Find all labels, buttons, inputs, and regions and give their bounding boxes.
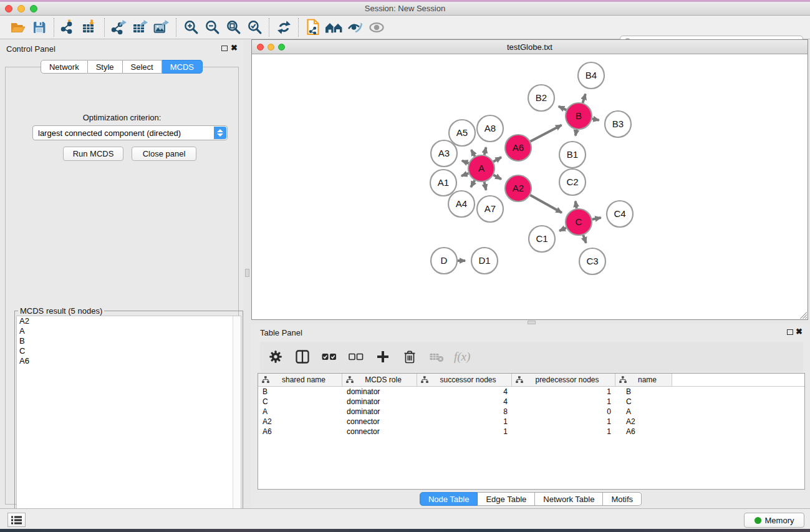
table-cell[interactable]: C [258, 397, 342, 407]
table-cell[interactable]: dominator [342, 397, 417, 407]
table-cell[interactable]: 1 [512, 417, 615, 427]
window-titlebar[interactable]: Session: New Session [0, 2, 810, 16]
refresh-icon[interactable] [273, 17, 294, 37]
import-table-icon[interactable] [79, 17, 100, 37]
mcds-result-item[interactable]: A [17, 326, 241, 336]
column-selector-icon[interactable] [293, 347, 312, 366]
save-session-icon[interactable] [29, 17, 50, 37]
graph-node-A5[interactable]: A5 [449, 120, 475, 146]
tab-node-table[interactable]: Node Table [420, 492, 478, 506]
table-cell[interactable]: B [258, 387, 342, 397]
table-cell[interactable]: A2 [258, 417, 342, 427]
column-header-name[interactable]: name [615, 374, 672, 386]
float-panel-icon[interactable] [221, 46, 228, 51]
frame-traffic-lights[interactable] [257, 44, 285, 51]
graph-node-A6[interactable]: A6 [505, 135, 531, 161]
style-eye-icon[interactable] [345, 17, 366, 37]
close-panel-icon[interactable]: ✖ [231, 44, 238, 52]
graph-node-A1[interactable]: A1 [430, 170, 456, 196]
graph-node-C[interactable]: C [566, 209, 592, 235]
export-network-icon[interactable] [108, 17, 130, 37]
table-cell[interactable]: 4 [417, 397, 512, 407]
table-cell[interactable]: 1 [417, 427, 512, 437]
table-cell[interactable]: A6 [258, 427, 342, 437]
graph-node-B2[interactable]: B2 [528, 85, 554, 111]
graph-node-B4[interactable]: B4 [578, 62, 604, 89]
select-all-icon[interactable] [320, 347, 339, 366]
column-header-predecessor-nodes[interactable]: predecessor nodes [512, 374, 615, 386]
table-cell[interactable]: B [615, 387, 672, 397]
open-session-icon[interactable] [7, 17, 29, 37]
table-cell[interactable]: A6 [615, 427, 672, 437]
tab-edge-table[interactable]: Edge Table [478, 492, 535, 506]
traffic-lights[interactable] [5, 5, 37, 12]
graph-node-C3[interactable]: C3 [579, 248, 605, 274]
table-cell[interactable]: connector [342, 417, 417, 427]
graph-node-C2[interactable]: C2 [559, 169, 586, 195]
graph-node-B3[interactable]: B3 [605, 111, 631, 137]
graph-node-C4[interactable]: C4 [607, 201, 633, 227]
table-cell[interactable]: 0 [512, 407, 615, 417]
zoom-window-icon[interactable] [30, 5, 37, 12]
table-cell[interactable]: dominator [342, 407, 417, 417]
memory-button[interactable]: Memory [744, 513, 804, 528]
network-frame-titlebar[interactable]: testGlobe.txt [252, 40, 808, 54]
zoom-in-icon[interactable] [180, 17, 201, 37]
table-cell[interactable]: 1 [512, 427, 615, 437]
delete-column-icon[interactable] [400, 347, 419, 366]
table-cell[interactable]: 1 [512, 387, 615, 397]
table-cell[interactable]: dominator [342, 387, 417, 397]
horizontal-split-divider[interactable] [251, 320, 810, 324]
frame-close-icon[interactable] [257, 44, 264, 51]
table-row[interactable]: A2connector11A2 [258, 417, 804, 427]
float-panel-icon[interactable] [787, 329, 793, 335]
cyndex-home-icon[interactable] [324, 17, 345, 37]
table-row[interactable]: Cdominator41C [258, 397, 804, 407]
criterion-dropdown[interactable]: largest connected component (directed) [32, 125, 228, 140]
table-row[interactable]: Adominator80A [258, 407, 804, 417]
graph-node-A8[interactable]: A8 [477, 115, 503, 142]
add-column-icon[interactable] [374, 347, 392, 366]
result-scrollbar[interactable] [233, 316, 241, 524]
mcds-result-list[interactable]: A2ABCA6 [16, 316, 241, 525]
minimize-window-icon[interactable] [17, 5, 25, 12]
table-cell[interactable]: 4 [417, 387, 512, 397]
network-document-icon[interactable] [302, 17, 324, 37]
run-mcds-button[interactable]: Run MCDS [63, 147, 123, 161]
graph-node-A3[interactable]: A3 [431, 140, 457, 167]
table-cell[interactable]: C [615, 397, 672, 407]
resize-grip-icon[interactable] [799, 311, 807, 319]
zoom-out-icon[interactable] [201, 17, 223, 37]
zoom-selected-icon[interactable] [244, 17, 265, 37]
import-network-icon[interactable] [58, 17, 79, 37]
close-panel-button[interactable]: Close panel [132, 147, 196, 161]
graph-node-B[interactable]: B [566, 103, 592, 129]
close-panel-icon[interactable]: ✖ [796, 328, 803, 336]
gear-icon[interactable] [266, 347, 285, 366]
table-cell[interactable]: 1 [417, 417, 512, 427]
table-cell[interactable]: A [258, 407, 342, 417]
column-header-shared-name[interactable]: shared name [258, 374, 342, 386]
network-canvas[interactable]: A A1 A2 A3 A4 A5 A6 A7 A8 B B1 B2 B3 B4 … [252, 55, 808, 319]
divider-grip[interactable] [245, 269, 249, 277]
table-row[interactable]: Bdominator41B [258, 387, 804, 397]
mcds-result-item[interactable]: A2 [17, 316, 241, 326]
table-cell[interactable]: 8 [417, 407, 512, 417]
graph-node-A[interactable]: A [468, 155, 494, 181]
deselect-all-icon[interactable] [347, 347, 365, 366]
graph-node-A7[interactable]: A7 [477, 196, 503, 222]
show-panels-button[interactable] [7, 513, 26, 527]
tab-style[interactable]: Style [88, 60, 123, 74]
table-cell[interactable]: A2 [615, 417, 672, 427]
graph-node-B1[interactable]: B1 [559, 142, 586, 168]
table-cell[interactable]: connector [342, 427, 417, 437]
table-row[interactable]: A6connector11A6 [258, 427, 804, 437]
tab-mcds[interactable]: MCDS [162, 60, 203, 74]
vertical-split-divider[interactable] [243, 39, 251, 508]
tab-network[interactable]: Network [41, 60, 88, 74]
frame-minimize-icon[interactable] [268, 44, 274, 51]
graph-node-C1[interactable]: C1 [529, 226, 555, 252]
export-table-icon[interactable] [130, 17, 151, 37]
tab-network-table[interactable]: Network Table [535, 492, 603, 506]
table-cell[interactable]: A [615, 407, 672, 417]
